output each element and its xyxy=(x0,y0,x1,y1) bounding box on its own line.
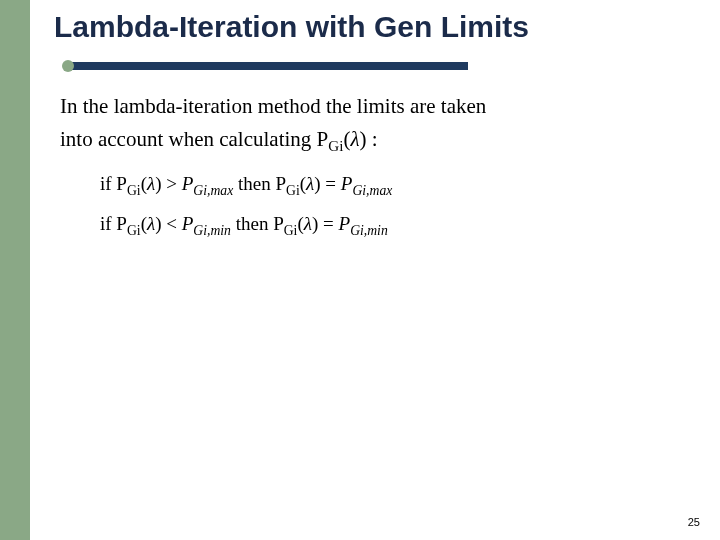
body-text: In the lambda-iteration method the limit… xyxy=(60,90,680,238)
title-underline xyxy=(68,58,468,78)
intro-line-1: In the lambda-iteration method the limit… xyxy=(60,90,680,123)
intro-line-2-suffix: : xyxy=(367,127,378,151)
pgi-lambda-inline: PGi(λ) xyxy=(317,127,367,151)
intro-line-2-prefix: into account when calculating xyxy=(60,127,317,151)
title-underline-dot-icon xyxy=(62,60,74,72)
left-accent-bar xyxy=(0,0,30,540)
intro-line-2: into account when calculating PGi(λ) : xyxy=(60,123,680,156)
page-number: 25 xyxy=(688,516,700,528)
equation-min: if PGi(λ) < PGi,min then PGi(λ) = PGi,mi… xyxy=(100,209,680,238)
title-underline-bar xyxy=(68,62,468,70)
equation-max: if PGi(λ) > PGi,max then PGi(λ) = PGi,ma… xyxy=(100,169,680,198)
slide-title: Lambda-Iteration with Gen Limits xyxy=(54,10,700,44)
